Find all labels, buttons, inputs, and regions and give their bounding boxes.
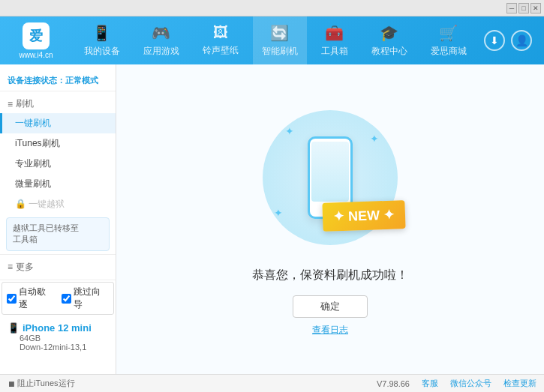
apps-icon: 🎮: [152, 24, 170, 42]
window-controls[interactable]: ─ □ ✕: [506, 3, 541, 13]
wechat-link[interactable]: 微信公众号: [450, 378, 491, 389]
version-text: V7.98.66: [377, 379, 410, 388]
sparkle-icon-1: ✦: [285, 125, 294, 137]
section-more-label: 更多: [16, 261, 34, 274]
nav-toolbox-label: 工具箱: [321, 45, 348, 58]
auto-close-label: 自动歇逐: [19, 286, 54, 311]
bottom-left: ⏹ 阻止iTunes运行: [8, 378, 365, 389]
nav-tutorial-label: 教程中心: [371, 45, 407, 58]
wallpaper-icon: 🖼: [213, 24, 228, 41]
view-log-link[interactable]: 查看日志: [312, 324, 348, 337]
toolbox-icon: 🧰: [325, 24, 344, 42]
nav-wallpaper[interactable]: 🖼 铃声壁纸: [194, 16, 248, 64]
sidebar-pro-flash[interactable]: 专业刷机: [0, 154, 116, 174]
title-bar: ─ □ ✕: [0, 0, 544, 16]
bottom-right: V7.98.66 客服 微信公众号 检查更新: [377, 378, 536, 389]
jailbreak-notice: 越狱工具已转移至工具箱: [6, 217, 110, 251]
nav-bar: 📱 我的设备 🎮 应用游戏 🖼 铃声壁纸 🔄 智能刷机 🧰 工具箱 🎓 教程中心…: [72, 16, 478, 64]
itunes-flash-label: iTunes刷机: [15, 138, 60, 148]
skip-wizard-checkbox[interactable]: 跳过向导: [62, 286, 109, 311]
phone-illustration: ✦ ✦ ✦ ✦ NEW ✦: [255, 103, 405, 253]
phone-screen: [311, 142, 349, 202]
device-name: 📱 iPhone 12 mini: [8, 322, 108, 334]
nav-my-device-label: 我的设备: [84, 45, 120, 58]
header-right: ⬇ 👤: [478, 30, 538, 51]
section-flash: ≡ 刷机: [0, 94, 116, 113]
success-message: 恭喜您，保资料刷机成功啦！: [252, 268, 408, 283]
sidebar-one-click-flash[interactable]: 一键刷机: [0, 113, 116, 133]
status-label: 设备连接状态：: [8, 76, 65, 85]
partial-flash-label: 微量刷机: [15, 178, 51, 189]
stop-label: 阻止iTunes运行: [17, 378, 75, 389]
nav-apps[interactable]: 🎮 应用游戏: [134, 16, 188, 64]
device-icon: 📱: [8, 322, 20, 334]
phone-circle-bg: ✦ ✦ ✦ ✦ NEW ✦: [263, 110, 398, 245]
sidebar-jailbreak-gray: 🔒 一键越狱: [0, 194, 116, 214]
auto-close-input[interactable]: [7, 294, 17, 304]
section-flash-icon: ≡: [8, 99, 13, 109]
customer-service-link[interactable]: 客服: [422, 378, 438, 389]
bottom-bar: ⏹ 阻止iTunes运行 V7.98.66 客服 微信公众号 检查更新: [0, 374, 544, 392]
device-section: 📱 iPhone 12 mini 64GB Down-12mini-13,1: [0, 318, 116, 356]
section-flash-label: 刷机: [16, 97, 34, 110]
logo[interactable]: 爱 www.i4.cn: [6, 22, 66, 59]
logo-url: www.i4.cn: [19, 51, 53, 59]
nav-smart-flash-label: 智能刷机: [262, 45, 298, 58]
pro-flash-label: 专业刷机: [15, 158, 51, 169]
sidebar-divider: [0, 254, 116, 255]
sidebar-partial-flash[interactable]: 微量刷机: [0, 174, 116, 194]
status-value: 正常模式: [65, 76, 98, 85]
nav-shop[interactable]: 🛒 爱思商城: [422, 16, 476, 64]
sparkle-icon-3: ✦: [274, 207, 283, 219]
my-device-icon: 📱: [92, 24, 111, 42]
nav-shop-label: 爱思商城: [431, 45, 467, 58]
download-button[interactable]: ⬇: [484, 30, 505, 51]
maximize-button[interactable]: □: [518, 3, 529, 13]
section-more: ≡ 更多: [0, 258, 116, 277]
user-button[interactable]: 👤: [511, 30, 532, 51]
close-button[interactable]: ✕: [530, 3, 541, 13]
nav-apps-label: 应用游戏: [143, 45, 179, 58]
content-area: ✦ ✦ ✦ ✦ NEW ✦ 恭喜您，保资料刷机成功啦！ 确定 查看日志: [116, 64, 544, 374]
confirm-button[interactable]: 确定: [293, 295, 368, 318]
checkbox-row: 自动歇逐 跳过向导: [2, 282, 114, 315]
stop-itunes-button[interactable]: ⏹ 阻止iTunes运行: [8, 378, 75, 389]
minimize-button[interactable]: ─: [506, 3, 517, 13]
smart-flash-icon: 🔄: [270, 24, 289, 42]
skip-wizard-input[interactable]: [62, 294, 71, 304]
nav-my-device[interactable]: 📱 我的设备: [75, 16, 129, 64]
nav-wallpaper-label: 铃声壁纸: [203, 44, 239, 57]
connection-status: 设备连接状态：正常模式: [0, 70, 116, 91]
sparkle-icon-2: ✦: [370, 133, 379, 145]
nav-toolbox[interactable]: 🧰 工具箱: [312, 16, 357, 64]
jailbreak-label: 一键越狱: [29, 199, 65, 209]
shop-icon: 🛒: [439, 24, 458, 42]
device-name-text: iPhone 12 mini: [23, 322, 92, 334]
one-click-flash-label: 一键刷机: [15, 118, 51, 128]
stop-icon: ⏹: [8, 379, 16, 388]
logo-icon: 爱: [23, 22, 50, 49]
new-badge: ✦ NEW ✦: [322, 200, 405, 232]
check-update-link[interactable]: 检查更新: [503, 378, 536, 389]
header: 爱 www.i4.cn 📱 我的设备 🎮 应用游戏 🖼 铃声壁纸 🔄 智能刷机 …: [0, 16, 544, 64]
nav-tutorial[interactable]: 🎓 教程中心: [362, 16, 416, 64]
device-storage: 64GB: [8, 334, 108, 343]
sidebar-itunes-flash[interactable]: iTunes刷机: [0, 133, 116, 154]
auto-close-checkbox[interactable]: 自动歇逐: [7, 286, 54, 311]
section-more-icon: ≡: [8, 262, 13, 272]
sidebar-bottom: 自动歇逐 跳过向导 📱 iPhone 12 mini 64GB Down-12m…: [0, 280, 116, 356]
device-firmware: Down-12mini-13,1: [8, 343, 108, 352]
jailbreak-notice-text: 越狱工具已转移至工具箱: [13, 223, 79, 244]
tutorial-icon: 🎓: [380, 24, 398, 42]
nav-smart-flash[interactable]: 🔄 智能刷机: [253, 16, 307, 64]
skip-wizard-label: 跳过向导: [74, 286, 109, 311]
main-area: 设备连接状态：正常模式 ≡ 刷机 一键刷机 iTunes刷机 专业刷机 微量刷机…: [0, 64, 544, 374]
